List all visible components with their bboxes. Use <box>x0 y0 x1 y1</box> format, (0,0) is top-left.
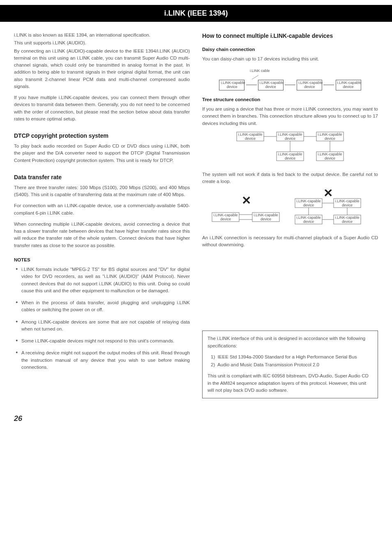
svg-text:i.LINK-capable: i.LINK-capable <box>318 132 342 136</box>
svg-text:device: device <box>325 156 335 160</box>
right-column: How to connect multiple i.LINK-capable d… <box>202 32 378 398</box>
note-item: A receiving device might not support the… <box>14 349 190 371</box>
device-box: i.LINK-capabledevice <box>219 80 244 90</box>
svg-text:i.LINK-capable: i.LINK-capable <box>335 215 359 220</box>
para-rate-3: When connecting multiple i.LINK-capable … <box>14 221 190 249</box>
spec-compliance: This unit is compliant with IEC 60958 bi… <box>208 372 373 394</box>
notes-heading: NOTES <box>14 257 190 264</box>
loop-left-svg-icon: i.LINK-capabledevice i.LINK-capabledevic… <box>211 209 281 224</box>
page-header: i.LINK (IEEE 1394) <box>0 5 392 22</box>
svg-text:device: device <box>220 217 231 221</box>
tree-diagram: i.LINK-capabledevice i.LINK-capabledevic… <box>202 131 378 165</box>
heading-tree: Tree structure connection <box>202 96 378 103</box>
svg-text:device: device <box>261 217 271 221</box>
daisy-chain-diagram: i.LINK cable i.LINK-capabledevice i.LINK… <box>202 67 378 90</box>
svg-line-0 <box>252 75 258 79</box>
intro-para-3: By connecting an i.LINK (AUDIO)-capable … <box>14 48 190 90</box>
intro-para-2: This unit supports i.LINK (AUDIO). <box>14 39 190 46</box>
note-item: When in the process of data transfer, av… <box>14 299 190 314</box>
svg-text:i.LINK-capable: i.LINK-capable <box>318 152 342 156</box>
tree-svg-icon: i.LINK-capabledevice i.LINK-capabledevic… <box>228 131 352 163</box>
svg-text:device: device <box>285 156 295 160</box>
svg-text:i.LINK-capable: i.LINK-capable <box>335 199 359 203</box>
svg-text:i.LINK-capable: i.LINK-capable <box>278 132 302 136</box>
para-rate-1: There are three transfer rates: 100 Mbps… <box>14 184 190 199</box>
connector-line-icon <box>323 85 334 85</box>
spec-intro: The i.LINK interface of this unit is des… <box>208 335 373 349</box>
svg-text:device: device <box>342 220 353 224</box>
note-item: Some i.LINK-capable devices might not re… <box>14 338 190 345</box>
para-daisy: You can daisy-chain up to 17 devices inc… <box>202 56 378 62</box>
heading-daisy: Daisy chain connection <box>202 46 378 53</box>
svg-text:device: device <box>303 220 314 224</box>
note-item: i.LINK formats include "MPEG-2 TS" for B… <box>14 266 190 294</box>
intro-para-4: If you have multiple i.LINK-capable devi… <box>14 94 190 123</box>
intro-para-1: i.LINK is also known as IEEE 1394, an in… <box>14 32 190 39</box>
page-number: 26 <box>0 402 392 429</box>
para-rate-2: For connection with an i.LINK-capable de… <box>14 202 190 217</box>
content-columns: i.LINK is also known as IEEE 1394, an in… <box>0 32 392 402</box>
cable-label: i.LINK cable <box>250 69 270 73</box>
svg-text:device: device <box>285 136 295 141</box>
svg-text:i.LINK-capable: i.LINK-capable <box>254 213 278 217</box>
svg-text:i.LINK-capable: i.LINK-capable <box>214 213 238 217</box>
left-column: i.LINK is also known as IEEE 1394, an in… <box>14 32 190 398</box>
svg-text:device: device <box>303 203 314 207</box>
note-item: Among i.LINK-capable devices are some th… <box>14 319 190 333</box>
svg-text:✕: ✕ <box>323 190 332 199</box>
svg-text:i.LINK-capable: i.LINK-capable <box>296 199 321 203</box>
connector-line-icon <box>246 85 257 85</box>
heading-connect: How to connect multiple i.LINK-capable d… <box>202 32 378 40</box>
para-dtcp: To play back audio recorded on Super Aud… <box>14 143 190 164</box>
svg-text:device: device <box>342 203 353 207</box>
svg-text:device: device <box>325 136 335 141</box>
pointer-line-icon <box>252 75 258 79</box>
connector-line-icon <box>285 85 295 85</box>
svg-text:i.LINK-capable: i.LINK-capable <box>238 132 262 136</box>
header-title: i.LINK (IEEE 1394) <box>164 9 228 17</box>
device-box: i.LINK-capabledevice <box>297 80 322 90</box>
heading-dtcp: DTCP copyright protection system <box>14 132 190 140</box>
para-multichannel: An i.LINK connection is necessary for mu… <box>202 234 378 249</box>
heading-data-rate: Data transfer rate <box>14 173 190 182</box>
spec-item: 2) Audio and Music Data Transmission Pro… <box>211 361 373 368</box>
cross-icon: ✕ <box>239 192 254 209</box>
svg-text:i.LINK-capable: i.LINK-capable <box>296 215 321 220</box>
svg-text:i.LINK-capable: i.LINK-capable <box>278 152 302 156</box>
notes-list: i.LINK formats include "MPEG-2 TS" for B… <box>14 266 190 371</box>
loop-warning-diagram: ✕ i.LINK-capabledevice i.LINK-capabledev… <box>202 190 378 229</box>
device-box: i.LINK-capabledevice <box>336 80 361 90</box>
loop-right-svg-icon: ✕ i.LINK-capabledevice i.LINK-capabledev… <box>287 190 369 227</box>
spec-list: 1) IEEE Std 1394a-2000 Standard for a Hi… <box>211 354 373 369</box>
spec-box: The i.LINK interface of this unit is des… <box>202 331 378 398</box>
para-loop: The system will not work if data is fed … <box>202 171 378 185</box>
para-tree: If you are using a device that has three… <box>202 106 378 127</box>
svg-text:device: device <box>245 136 256 141</box>
device-box: i.LINK-capabledevice <box>258 80 284 90</box>
spec-item: 1) IEEE Std 1394a-2000 Standard for a Hi… <box>211 354 373 361</box>
